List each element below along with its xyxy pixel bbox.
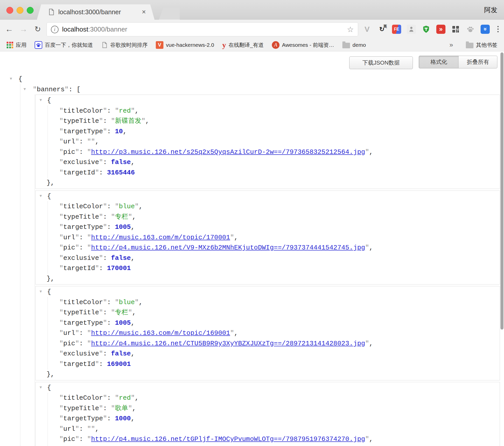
shield-extension-icon[interactable]	[422, 25, 431, 34]
json-number-value: 3165446	[107, 169, 135, 176]
bookmark-baidu[interactable]: 百度一下，你就知道	[35, 41, 93, 49]
banner-object-box: ▼{"titleColor": "red","typeTitle": "新碟首发…	[35, 95, 500, 189]
json-url-link[interactable]: http://p4.music.126.net/CTU5B9R9y3XyYBZX…	[91, 340, 365, 347]
json-url-link[interactable]: http://music.163.com/m/topic/169001	[91, 329, 230, 337]
json-string-value: 专栏	[115, 309, 128, 316]
qr-code-extension-icon[interactable]	[451, 25, 460, 34]
format-button[interactable]: 格式化	[419, 56, 459, 68]
fe-extension-icon[interactable]: FE	[392, 25, 401, 34]
tab-strip: localhost:3000/banner × 阿发	[0, 0, 504, 20]
json-field-line: "pic": "http://p4.music.126.net/V9-MXz6b…	[36, 243, 500, 253]
banner-array: ▼{"titleColor": "red","typeTitle": "新碟首发…	[0, 95, 500, 446]
json-key: titleColor	[63, 203, 103, 210]
json-url-link[interactable]: http://music.163.com/m/topic/170001	[91, 234, 230, 241]
back-button[interactable]: ←	[4, 20, 15, 39]
close-window-button[interactable]	[6, 7, 13, 14]
collapse-toggle-icon[interactable]: ▼	[38, 95, 44, 106]
json-field-line: "exclusive": false,	[36, 253, 500, 263]
collapse-toggle-icon[interactable]: ▼	[38, 383, 44, 393]
json-key: exclusive	[63, 158, 99, 166]
zoom-window-button[interactable]	[27, 7, 34, 14]
downloader-extension-icon[interactable]: »	[481, 25, 490, 34]
json-field-line: "pic": "http://p3.music.126.net/s25q2x5Q…	[36, 147, 500, 157]
page-icon	[101, 42, 108, 48]
download-json-button[interactable]: 下载JSON数据	[349, 56, 413, 69]
vue-icon: V	[156, 41, 163, 49]
collapse-all-button[interactable]: 折叠所有	[459, 56, 497, 68]
json-string-value: blue	[119, 203, 135, 210]
json-key: pic	[63, 340, 75, 347]
json-object-open-line: ▼{	[36, 95, 500, 106]
json-key: titleColor	[63, 107, 103, 115]
collapse-toggle-icon[interactable]: ▼	[38, 191, 44, 202]
json-key: exclusive	[63, 254, 99, 262]
bookmark-youdao[interactable]: y 在线翻译_有道	[222, 41, 264, 49]
json-boolean-value: false	[111, 254, 131, 262]
json-number-value: 1005	[115, 223, 131, 231]
bookmark-star-icon[interactable]: ☆	[347, 25, 354, 34]
address-bar[interactable]: i localhost:3000/banner ☆	[47, 22, 358, 36]
json-url-link[interactable]: http://p3.music.126.net/s25q2x5QyqsAzilC…	[91, 148, 365, 156]
json-key: pic	[63, 435, 75, 443]
forward-button: →	[18, 20, 29, 39]
json-key: exclusive	[63, 350, 99, 358]
new-tab-button[interactable]	[159, 8, 180, 20]
json-field-line: "url": "",	[36, 424, 500, 434]
minimize-window-button[interactable]	[17, 7, 23, 14]
baidu-paw-icon	[35, 41, 42, 49]
reload-button[interactable]: ↻	[32, 20, 43, 39]
page-info-icon[interactable]: i	[51, 26, 59, 33]
vue-devtools-extension-icon[interactable]: V	[362, 25, 372, 34]
url-host: localhost	[62, 25, 88, 33]
json-field-line: "pic": "http://p4.music.126.net/CTU5B9R9…	[36, 338, 500, 349]
json-string-value: red	[119, 394, 131, 402]
json-string-value: 专栏	[115, 213, 128, 221]
active-tab[interactable]: localhost:3000/banner ×	[37, 4, 155, 20]
bookmark-folder-demo[interactable]: demo	[342, 42, 366, 48]
url-text[interactable]: localhost:3000/banner	[62, 25, 347, 33]
video-downloader-extension-icon[interactable]: »	[436, 25, 445, 34]
json-url-link[interactable]: http://p4.music.126.net/V9-MXz6b2MNhEKju…	[91, 244, 365, 251]
json-object-close-line: },	[36, 369, 500, 380]
json-object-open-line: ▼{	[36, 383, 500, 393]
bookmark-awesomes[interactable]: A Awesomes - 前端资…	[272, 41, 334, 49]
bookmark-vue-hackernews[interactable]: V vue-hackernews-2.0	[156, 41, 214, 49]
json-string-value: blue	[119, 299, 135, 306]
collapse-toggle-icon[interactable]: ▼	[8, 74, 14, 84]
json-field-line: "typeTitle": "新碟首发",	[36, 116, 500, 126]
chrome-menu-icon[interactable]	[495, 25, 500, 34]
json-field-line: "url": "http://music.163.com/m/topic/170…	[36, 232, 500, 243]
json-key: url	[63, 138, 75, 145]
json-field-line: "typeTitle": "专栏",	[36, 212, 500, 222]
translate-extension-icon[interactable]: ↻ 英	[377, 25, 386, 34]
json-key: pic	[63, 244, 75, 251]
other-bookmarks-folder[interactable]: 其他书签	[466, 41, 497, 49]
json-field-line: "targetType": 1000,	[36, 413, 500, 424]
vertical-scrollbar[interactable]	[500, 52, 503, 330]
json-key: url	[63, 234, 75, 241]
paw-extension-icon[interactable]	[466, 25, 475, 34]
folder-icon	[342, 43, 350, 48]
collapse-toggle-icon[interactable]: ▼	[22, 84, 27, 95]
json-number-value: 10	[115, 128, 123, 135]
collapse-toggle-icon[interactable]: ▼	[38, 287, 44, 297]
bookmark-apps[interactable]: 应用	[7, 41, 26, 49]
tab-close-icon[interactable]: ×	[142, 9, 146, 16]
json-field-line: "targetId": 170001	[36, 263, 500, 274]
bookmarks-overflow-chevron[interactable]: »	[450, 41, 453, 49]
bookmark-google-sort[interactable]: 谷歌按时间排序	[101, 41, 148, 49]
json-field-line: "exclusive": false,	[36, 157, 500, 168]
page-favicon	[48, 8, 55, 16]
bookmarks-bar: 应用 百度一下，你就知道 谷歌按时间排序 V vue-hackernews-2.…	[0, 39, 504, 51]
json-field-line: "titleColor": "red",	[36, 106, 500, 116]
tab-title: localhost:3000/banner	[58, 8, 142, 16]
json-key: targetId	[63, 360, 95, 368]
json-field-line: "targetType": 1005,	[36, 222, 500, 232]
json-tree: ▼ { ▼"banners": [ ▼{"titleColor": "red",…	[0, 74, 500, 446]
json-field-line: "titleColor": "red",	[36, 393, 500, 403]
json-object-close-line: },	[36, 274, 500, 284]
person-extension-icon[interactable]	[407, 25, 416, 34]
profile-name[interactable]: 阿发	[484, 6, 497, 14]
json-url-link[interactable]: http://p4.music.126.net/tGPljf-IMOCyPvum…	[91, 435, 365, 443]
json-field-line: "pic": "http://p4.music.126.net/tGPljf-I…	[36, 434, 500, 444]
